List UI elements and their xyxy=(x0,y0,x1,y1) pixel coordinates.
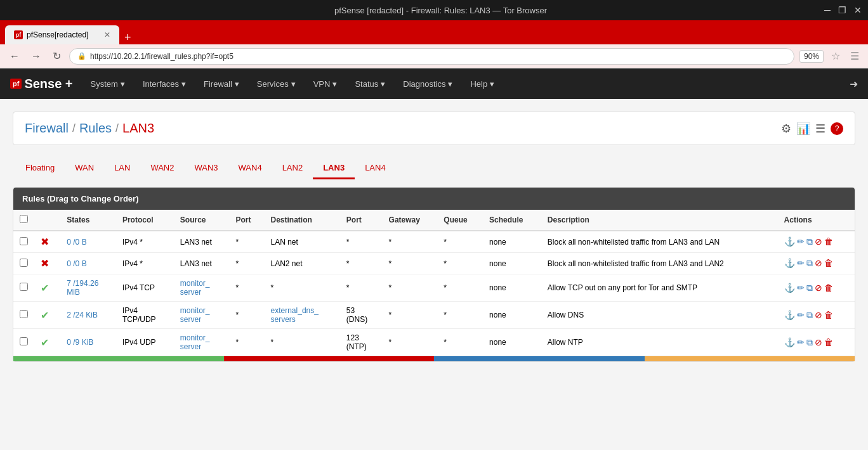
edit-icon[interactable]: ✏ xyxy=(797,337,805,348)
tab-lan2[interactable]: LAN2 xyxy=(272,158,313,179)
reload-button[interactable]: ↻ xyxy=(49,49,64,63)
copy-icon[interactable]: ⧉ xyxy=(806,337,813,348)
tab-wan[interactable]: WAN xyxy=(65,158,104,179)
breadcrumb-rules[interactable]: Rules xyxy=(79,121,112,136)
anchor-icon[interactable]: ⚓ xyxy=(784,283,795,293)
row-destination: LAN net xyxy=(265,231,340,253)
source-link[interactable]: monitor_server xyxy=(180,333,210,351)
list-icon[interactable]: ☰ xyxy=(815,122,825,136)
forward-button[interactable]: → xyxy=(28,49,44,63)
disable-icon[interactable]: ⊘ xyxy=(815,310,822,321)
pfsense-logo: pf Sense + xyxy=(10,77,73,91)
row-actions: ⚓ ✏ ⧉ ⊘ 🗑 xyxy=(778,253,855,274)
row-src-port: * xyxy=(229,231,264,253)
source-link[interactable]: monitor_server xyxy=(180,279,210,297)
disable-icon[interactable]: ⊘ xyxy=(815,283,822,293)
new-tab-button[interactable]: + xyxy=(119,31,136,44)
bottom-color-bar xyxy=(13,356,855,361)
back-button[interactable]: ← xyxy=(6,49,23,63)
states-link[interactable]: 7 /194.26MiB xyxy=(67,279,98,297)
row-checkbox[interactable] xyxy=(13,231,34,253)
delete-icon[interactable]: 🗑 xyxy=(824,258,833,269)
chart-icon[interactable]: 📊 xyxy=(796,122,810,136)
row-checkbox-input[interactable] xyxy=(20,337,28,345)
disable-icon[interactable]: ⊘ xyxy=(815,258,822,269)
menu-icon[interactable]: ☰ xyxy=(848,49,862,63)
edit-icon[interactable]: ✏ xyxy=(797,236,805,247)
select-all-header[interactable] xyxy=(13,210,34,231)
row-checkbox-input[interactable] xyxy=(20,259,28,267)
copy-icon[interactable]: ⧉ xyxy=(806,258,813,269)
row-protocol: IPv4 * xyxy=(116,231,174,253)
states-link[interactable]: 0 /0 B xyxy=(67,238,86,247)
tab-wan4[interactable]: WAN4 xyxy=(228,158,272,179)
row-checkbox-input[interactable] xyxy=(20,237,28,245)
logout-button[interactable]: ➜ xyxy=(850,78,858,90)
disable-icon[interactable]: ⊘ xyxy=(815,337,822,348)
states-link[interactable]: 2 /24 KiB xyxy=(67,311,98,319)
tab-lan[interactable]: LAN xyxy=(104,158,140,179)
maximize-button[interactable]: ❐ xyxy=(838,5,846,15)
edit-icon[interactable]: ✏ xyxy=(797,258,805,269)
nav-interfaces[interactable]: Interfaces ▾ xyxy=(135,74,194,94)
window-controls[interactable]: ─ ❐ ✕ xyxy=(824,5,862,15)
nav-system[interactable]: System ▾ xyxy=(83,74,133,94)
breadcrumb-firewall[interactable]: Firewall xyxy=(25,121,69,136)
tab-floating[interactable]: Floating xyxy=(15,158,65,179)
anchor-icon[interactable]: ⚓ xyxy=(784,310,795,321)
source-link[interactable]: monitor_server xyxy=(180,306,210,324)
anchor-icon[interactable]: ⚓ xyxy=(784,236,795,247)
nav-firewall[interactable]: Firewall ▾ xyxy=(196,74,247,94)
copy-icon[interactable]: ⧉ xyxy=(806,283,813,293)
seg-8 xyxy=(749,356,855,361)
delete-icon[interactable]: 🗑 xyxy=(824,310,833,321)
zoom-badge[interactable]: 90% xyxy=(799,50,824,63)
select-all-checkbox[interactable] xyxy=(20,215,28,223)
minimize-button[interactable]: ─ xyxy=(824,5,831,15)
row-checkbox-input[interactable] xyxy=(20,283,28,291)
tab-lan4[interactable]: LAN4 xyxy=(355,158,396,179)
disable-icon[interactable]: ⊘ xyxy=(815,236,822,247)
browser-tab[interactable]: pf pfSense[redacted] ✕ xyxy=(5,25,119,44)
row-gateway: * xyxy=(383,329,438,356)
action-icons: ⚓ ✏ ⧉ ⊘ 🗑 xyxy=(784,258,848,269)
anchor-icon[interactable]: ⚓ xyxy=(784,258,795,269)
tab-close-button[interactable]: ✕ xyxy=(104,30,110,39)
lock-icon: 🔒 xyxy=(77,52,86,60)
url-box[interactable]: 🔒 https://10.20.2.1/firewall_rules.php?i… xyxy=(69,48,794,65)
tab-wan2[interactable]: WAN2 xyxy=(140,158,184,179)
row-checkbox[interactable] xyxy=(13,274,34,302)
states-link[interactable]: 0 /0 B xyxy=(67,259,86,268)
delete-icon[interactable]: 🗑 xyxy=(824,283,833,293)
anchor-icon[interactable]: ⚓ xyxy=(784,337,795,348)
dest-link[interactable]: external_dns_servers xyxy=(271,306,319,324)
rules-table-wrapper: Rules (Drag to Change Order) States Prot… xyxy=(13,187,855,362)
row-source: monitor_server xyxy=(174,302,230,329)
row-checkbox-input[interactable] xyxy=(20,310,28,318)
row-checkbox[interactable] xyxy=(13,302,34,329)
close-button[interactable]: ✕ xyxy=(854,5,862,15)
row-actions: ⚓ ✏ ⧉ ⊘ 🗑 xyxy=(778,302,855,329)
help-icon[interactable]: ? xyxy=(831,122,843,135)
nav-vpn[interactable]: VPN ▾ xyxy=(306,74,345,94)
row-checkbox[interactable] xyxy=(13,329,34,356)
row-checkbox[interactable] xyxy=(13,253,34,274)
edit-icon[interactable]: ✏ xyxy=(797,310,805,321)
nav-services[interactable]: Services ▾ xyxy=(249,74,303,94)
filter-icon[interactable]: ⚙ xyxy=(781,122,791,136)
nav-status[interactable]: Status ▾ xyxy=(347,74,393,94)
delete-icon[interactable]: 🗑 xyxy=(824,236,833,247)
edit-icon[interactable]: ✏ xyxy=(797,283,805,293)
bookmark-icon[interactable]: ☆ xyxy=(829,49,843,63)
nav-diagnostics[interactable]: Diagnostics ▾ xyxy=(395,74,460,94)
tab-lan3[interactable]: LAN3 xyxy=(313,158,355,179)
delete-icon[interactable]: 🗑 xyxy=(824,337,833,348)
row-dst-port: * xyxy=(340,274,383,302)
breadcrumb-actions: ⚙ 📊 ☰ ? xyxy=(781,122,843,136)
tab-wan3[interactable]: WAN3 xyxy=(184,158,228,179)
seg-7 xyxy=(645,356,750,361)
nav-help[interactable]: Help ▾ xyxy=(463,74,502,94)
copy-icon[interactable]: ⧉ xyxy=(806,310,813,321)
states-link[interactable]: 0 /9 KiB xyxy=(67,338,93,347)
copy-icon[interactable]: ⧉ xyxy=(806,236,813,247)
